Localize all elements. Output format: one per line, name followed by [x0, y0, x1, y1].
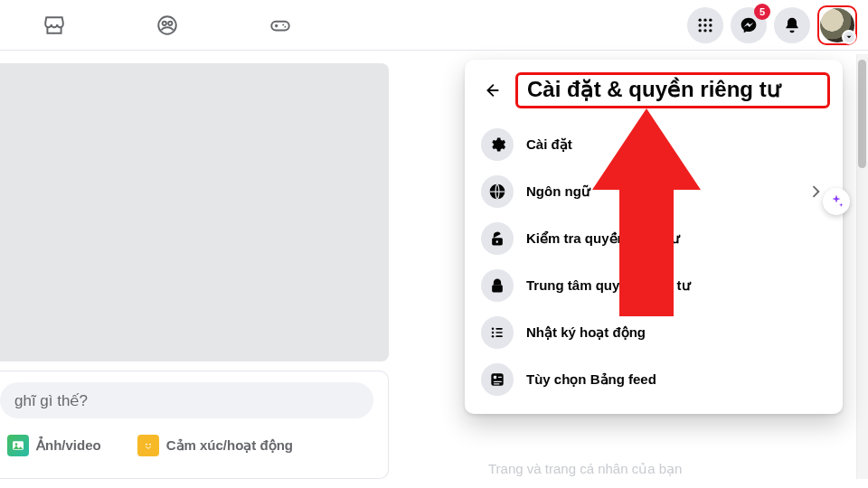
svg-point-2	[168, 21, 172, 24]
photo-icon	[7, 435, 29, 456]
emoji-icon	[137, 435, 159, 456]
privacy-center-label: Trung tâm quyền riêng tư	[526, 277, 826, 294]
svg-point-16	[15, 443, 18, 446]
photo-video-label: Ảnh/video	[36, 437, 101, 454]
svg-point-11	[709, 23, 712, 26]
gaming-tab[interactable]	[253, 4, 307, 47]
activity-log-item[interactable]: Nhật ký hoạt động	[472, 309, 835, 356]
background-profile-pages-text: Trang và trang cá nhân của bạn	[488, 461, 682, 477]
svg-point-18	[146, 444, 147, 446]
svg-point-0	[158, 16, 176, 34]
svg-rect-3	[271, 21, 289, 30]
feeling-activity-label: Cảm xúc/hoạt động	[166, 437, 293, 454]
content-placeholder	[0, 63, 389, 361]
account-menu-button[interactable]	[820, 8, 854, 42]
svg-rect-24	[495, 328, 503, 330]
svg-point-4	[282, 23, 284, 25]
unlock-heart-icon	[481, 222, 514, 255]
svg-rect-30	[494, 376, 496, 379]
svg-point-23	[492, 328, 495, 331]
svg-point-8	[709, 18, 712, 21]
center-nav-tabs	[27, 4, 307, 47]
svg-point-5	[284, 25, 286, 27]
menu-grid-button[interactable]	[687, 7, 723, 43]
photo-video-button[interactable]: Ảnh/video	[7, 435, 101, 456]
settings-item[interactable]: Cài đặt	[472, 121, 835, 168]
svg-point-10	[703, 23, 706, 26]
scrollbar-thumb[interactable]	[858, 60, 866, 168]
svg-point-13	[703, 29, 706, 32]
notifications-button[interactable]	[774, 7, 810, 43]
svg-rect-32	[494, 381, 502, 382]
globe-icon	[481, 175, 514, 208]
feed-options-label: Tùy chọn Bảng feed	[526, 371, 826, 388]
privacy-center-item[interactable]: Trung tâm quyền riêng tư	[472, 262, 835, 309]
gear-icon	[481, 128, 514, 161]
privacy-checkup-label: Kiểm tra quyền riêng tư	[526, 230, 826, 247]
composer-actions: Ảnh/video Cảm xúc/hoạt động	[0, 435, 373, 456]
svg-rect-26	[495, 332, 503, 333]
svg-point-6	[699, 18, 702, 21]
language-label: Ngôn ngữ	[526, 183, 792, 200]
feed-icon	[481, 363, 514, 396]
top-navigation-bar: 5	[0, 0, 868, 51]
svg-rect-22	[492, 285, 503, 292]
language-item[interactable]: Ngôn ngữ	[472, 168, 835, 215]
svg-point-25	[492, 332, 495, 334]
svg-point-12	[699, 29, 702, 32]
svg-point-1	[163, 21, 166, 24]
settings-label: Cài đặt	[526, 136, 826, 153]
chevron-down-icon	[842, 30, 856, 44]
svg-point-17	[142, 439, 154, 451]
svg-point-27	[492, 335, 495, 338]
svg-rect-28	[495, 335, 503, 337]
panel-header: Cài đặt & quyền riêng tư	[472, 65, 835, 121]
svg-point-9	[699, 23, 702, 26]
feed-options-item[interactable]: Tùy chọn Bảng feed	[472, 356, 835, 403]
messenger-badge: 5	[754, 4, 770, 20]
svg-rect-31	[498, 377, 502, 378]
privacy-checkup-item[interactable]: Kiểm tra quyền riêng tư	[472, 215, 835, 262]
groups-tab[interactable]	[140, 4, 194, 47]
svg-rect-33	[494, 383, 500, 384]
marketplace-tab[interactable]	[27, 4, 81, 47]
settings-privacy-panel: Cài đặt & quyền riêng tư Cài đặt Ngôn ng…	[465, 60, 843, 414]
svg-point-14	[709, 29, 712, 32]
lock-icon	[481, 269, 514, 302]
page-scrollbar[interactable]	[856, 54, 868, 479]
ai-sparkle-button[interactable]	[823, 188, 850, 215]
composer-input[interactable]: ghĩ gì thế?	[0, 382, 373, 418]
post-composer: ghĩ gì thế? Ảnh/video Cảm xúc/hoạt động	[0, 371, 389, 479]
svg-point-19	[149, 444, 151, 446]
account-avatar-highlight	[817, 5, 857, 45]
composer-placeholder: ghĩ gì thế?	[14, 391, 88, 410]
top-right-controls: 5	[687, 5, 857, 45]
list-icon	[481, 316, 514, 349]
back-button[interactable]	[477, 76, 506, 105]
messenger-button[interactable]: 5	[731, 7, 767, 43]
panel-title-highlight: Cài đặt & quyền riêng tư	[515, 72, 830, 108]
svg-point-7	[703, 18, 706, 21]
activity-log-label: Nhật ký hoạt động	[526, 324, 826, 341]
feeling-activity-button[interactable]: Cảm xúc/hoạt động	[137, 435, 293, 456]
